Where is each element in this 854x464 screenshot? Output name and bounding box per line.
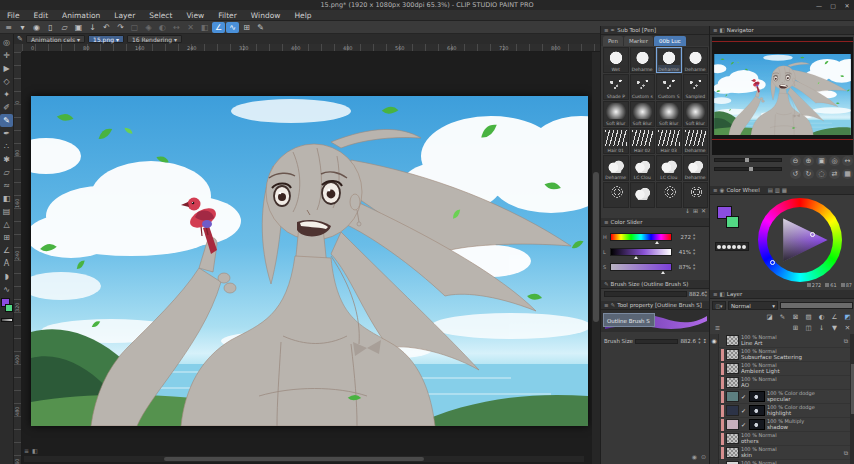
pen-tool[interactable]: ✒ — [0, 127, 13, 140]
layer-thumbnail[interactable] — [726, 405, 739, 416]
canvas-artwork[interactable] — [31, 96, 588, 426]
subtool-tab-1[interactable]: Marker — [624, 36, 653, 46]
blend-tool[interactable]: ≈ — [0, 179, 13, 192]
layer-list-scrollbar[interactable] — [850, 334, 854, 464]
layer-thumbnail[interactable] — [726, 447, 739, 458]
menu-item-animation[interactable]: Animation — [55, 10, 107, 21]
layer-row[interactable]: 100 % Normalskin⧉ — [710, 446, 850, 460]
background-color-swatch[interactable] — [726, 216, 739, 228]
zoom-slider-knob[interactable] — [745, 158, 749, 162]
layer-row[interactable]: 100 % NormalAO — [710, 376, 850, 390]
balloon-tool[interactable]: ◗ — [0, 270, 13, 283]
ruler-tool[interactable]: ∠ — [0, 244, 13, 257]
layer-thumbnail[interactable] — [726, 433, 739, 444]
color-wheel-header[interactable]: ≡ ◉ Color Wheel ▤ ▥ ▦ — [710, 186, 854, 195]
selected-brush-name[interactable]: Outline Brush S — [603, 313, 655, 327]
spinner-icon[interactable]: ▴▾ — [705, 290, 707, 298]
brush-item[interactable]: Hair 01 — [603, 128, 629, 154]
brush-item[interactable]: Soft Blur — [630, 101, 656, 127]
mask-link-check[interactable]: ✓ — [741, 407, 747, 414]
spinner-icon[interactable]: ▴▾ — [693, 233, 695, 241]
eraser-tool[interactable]: ▱ — [0, 166, 13, 179]
layer-thumbnail[interactable] — [726, 419, 739, 430]
sv-marker[interactable] — [810, 232, 815, 237]
brush-item[interactable]: Deharme — [683, 47, 709, 73]
wheel-tab-icons[interactable]: ▤ ▥ ▦ — [768, 187, 787, 193]
delete-subtool-icon[interactable]: ✕ — [701, 207, 706, 214]
mask-link-check[interactable]: ✓ — [741, 421, 747, 428]
slider-track[interactable] — [610, 263, 672, 271]
hue-ring[interactable] — [758, 198, 842, 282]
layer-name[interactable]: Ambient Light — [741, 368, 848, 375]
spinner-icon[interactable]: ▴▾ — [693, 263, 695, 271]
set-as-draft-icon[interactable]: ✎ — [777, 313, 788, 322]
background-color-swatch[interactable] — [5, 304, 13, 312]
panel-menu-icon[interactable]: ≡ — [713, 187, 718, 193]
brush-size-slider[interactable] — [604, 291, 687, 297]
set-ruler-icon[interactable]: ∠ — [829, 313, 840, 322]
panel-menu-icon[interactable]: ≡ — [604, 219, 609, 225]
zoom-out-button[interactable]: ⊖ — [790, 156, 801, 166]
menu-item-file[interactable]: File — [0, 10, 27, 21]
new-layer-folder-icon[interactable]: ◫ — [803, 324, 814, 333]
transparent-color-swatch[interactable] — [715, 242, 749, 251]
navigator-view[interactable] — [712, 37, 853, 155]
vertical-scroll-thumb[interactable] — [593, 172, 599, 322]
layer-name[interactable]: others — [741, 438, 848, 445]
opacity-slider[interactable] — [780, 302, 853, 309]
brush-item[interactable]: Deharme — [630, 47, 656, 73]
panel-menu-icon[interactable]: ≡ — [713, 27, 718, 33]
menu-item-layer[interactable]: Layer — [107, 10, 142, 21]
navigator-header[interactable]: ≡ ◧ Navigator — [710, 26, 854, 35]
reset-display-button[interactable]: ▦ — [842, 169, 853, 179]
brush-item[interactable]: Deharme — [683, 155, 709, 181]
brush-item[interactable]: Shade P — [603, 74, 629, 100]
eye-settings-icon[interactable]: ◉ — [692, 453, 697, 460]
layer-panel-header[interactable]: ≡ ◧ Layer — [710, 290, 854, 299]
layer-row[interactable]: ✓100 % Color dodgehighlight — [710, 404, 850, 418]
zoom-tool[interactable]: ◎ — [0, 36, 13, 49]
brush-item[interactable]: Soft Blur — [603, 101, 629, 127]
layer-name[interactable]: shadow — [767, 424, 848, 431]
brush-item[interactable]: Deharme — [656, 47, 682, 73]
delete-layer-icon[interactable]: ✕ — [842, 324, 853, 333]
fit-to-screen-button[interactable]: ▣ — [816, 156, 827, 166]
canvas-menu-icon[interactable]: ≡ — [24, 447, 29, 454]
menu-item-view[interactable]: View — [179, 10, 211, 21]
layer-visibility-toggle[interactable] — [710, 404, 719, 418]
snap-to-special-ruler-icon[interactable]: ∿ — [226, 22, 239, 33]
canvas-view-icon[interactable]: ◧ — [32, 447, 38, 454]
snap-to-ruler-icon[interactable]: ∠ — [212, 22, 225, 33]
slider-pointer[interactable] — [661, 271, 665, 274]
new-subtool-icon[interactable]: ⊞ — [693, 207, 698, 214]
slider-value[interactable]: 272 — [674, 234, 691, 240]
layer-visibility-toggle[interactable] — [710, 418, 719, 432]
brush-item[interactable]: LC Clou — [630, 155, 656, 181]
brush-preview-row[interactable]: Outline Brush S — [601, 310, 710, 332]
clip-studio-icon[interactable]: ◉ — [30, 22, 43, 33]
canvas-area[interactable] — [22, 52, 592, 464]
subtool-tab-2[interactable]: 00b Luc — [654, 36, 686, 46]
lock-transparent-pixels-icon[interactable]: ▨ — [803, 313, 814, 322]
layer-row[interactable]: 100 % NormalSubsurface Scattering — [710, 348, 850, 362]
tool-settings-icon[interactable]: ▾ — [16, 22, 29, 33]
layer-row[interactable]: 100 % NormalAmbient Light — [710, 362, 850, 376]
save-file-icon[interactable]: ▣ — [72, 22, 85, 33]
slider-value[interactable]: 87% — [674, 264, 691, 270]
panel-menu-icon[interactable]: ≡ — [604, 302, 609, 308]
clip-at-layer-below-icon[interactable]: ◪ — [764, 313, 775, 322]
palette-color-combo[interactable]: ◫▾ — [712, 301, 726, 310]
main-menu-icon[interactable]: ≡ — [2, 22, 15, 33]
layer-name[interactable]: highlight — [767, 410, 848, 417]
brush-item[interactable] — [656, 182, 682, 208]
zoom-in-button[interactable]: ⊕ — [803, 156, 814, 166]
mask-thumbnail[interactable] — [749, 391, 765, 402]
undo-icon[interactable]: ↶ — [100, 22, 113, 33]
menu-item-window[interactable]: Window — [244, 10, 288, 21]
blend-mode-dropdown[interactable]: Normal ▾ — [728, 301, 778, 310]
snap-to-grid-icon[interactable]: ⊞ — [240, 22, 253, 33]
layer-menu-icon[interactable]: ≡ — [712, 324, 723, 333]
layer-name[interactable]: Line Art — [741, 340, 842, 347]
new-file-icon[interactable]: ▯ — [44, 22, 57, 33]
layer-row[interactable]: ✓100 % Color dodgespecular — [710, 390, 850, 404]
